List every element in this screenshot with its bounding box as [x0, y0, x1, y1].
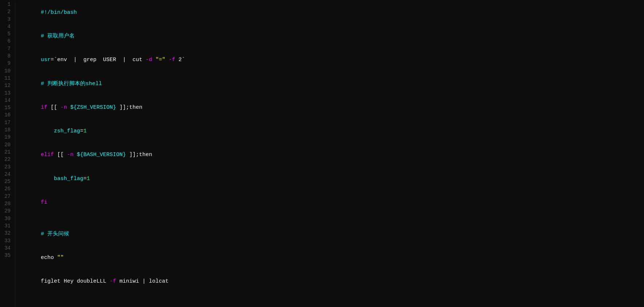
code-line-7: elif [[ -n ${BASH_VERSION} ]];then — [21, 143, 644, 167]
line-num-26: 26 — [3, 185, 11, 192]
line-num-27: 27 — [3, 193, 11, 200]
code-line-12: echo "" — [21, 246, 644, 270]
line-num-34: 34 — [3, 244, 11, 252]
line-num-10: 10 — [3, 67, 11, 75]
code-line-14 — [21, 294, 644, 302]
code-line-11: # 开头问候 — [21, 222, 644, 246]
line-num-32: 32 — [3, 230, 11, 237]
code-line-3: usr=`env | grep USER | cut -d "=" -f 2` — [21, 48, 644, 72]
code-line-5: if [[ -n ${ZSH_VERSION} ]];then — [21, 96, 644, 119]
line-num-16: 16 — [3, 111, 11, 119]
line-num-31: 31 — [3, 222, 11, 230]
code-line-15: # 名人名言 — [21, 302, 644, 307]
code-line-8: bash_flag=1 — [21, 167, 644, 191]
line-num-6: 6 — [3, 37, 11, 45]
line-num-18: 18 — [3, 126, 11, 133]
line-num-3: 3 — [3, 16, 11, 23]
code-line-9: fi — [21, 191, 644, 214]
line-num-35: 35 — [3, 252, 11, 259]
line-num-25: 25 — [3, 178, 11, 185]
code-line-4: # 判断执行脚本的shell — [21, 72, 644, 96]
code-line-2: # 获取用户名 — [21, 24, 644, 48]
line-num-4: 4 — [3, 23, 11, 30]
code-line-1: #!/bin/bash — [21, 1, 644, 24]
line-num-13: 13 — [3, 89, 11, 97]
line-num-8: 8 — [3, 52, 11, 60]
line-num-14: 14 — [3, 97, 11, 104]
line-num-28: 28 — [3, 200, 11, 207]
code-editor: 1 2 3 4 5 6 7 8 9 10 11 12 13 14 15 16 1… — [0, 0, 644, 307]
line-num-33: 33 — [3, 237, 11, 244]
line-num-19: 19 — [3, 133, 11, 141]
line-num-22: 22 — [3, 156, 11, 163]
line-num-23: 23 — [3, 163, 11, 171]
line-num-7: 7 — [3, 45, 11, 52]
line-num-17: 17 — [3, 119, 11, 126]
code-line-13: figlet Hey doubleLLL -f miniwi | lolcat — [21, 270, 644, 294]
code-line-10 — [21, 214, 644, 222]
line-num-2: 2 — [3, 8, 11, 15]
line-num-24: 24 — [3, 171, 11, 178]
line-num-15: 15 — [3, 104, 11, 111]
line-num-30: 30 — [3, 215, 11, 222]
line-num-12: 12 — [3, 82, 11, 89]
line-num-9: 9 — [3, 60, 11, 67]
line-num-20: 20 — [3, 141, 11, 148]
line-num-1: 1 — [3, 1, 11, 8]
code-content: #!/bin/bash # 获取用户名 usr=`env | grep USER… — [15, 1, 644, 307]
line-num-29: 29 — [3, 207, 11, 215]
line-num-5: 5 — [3, 30, 11, 37]
line-num-21: 21 — [3, 148, 11, 156]
code-line-6: zsh_flag=1 — [21, 119, 644, 143]
line-numbers: 1 2 3 4 5 6 7 8 9 10 11 12 13 14 15 16 1… — [0, 1, 15, 307]
line-num-11: 11 — [3, 75, 11, 82]
